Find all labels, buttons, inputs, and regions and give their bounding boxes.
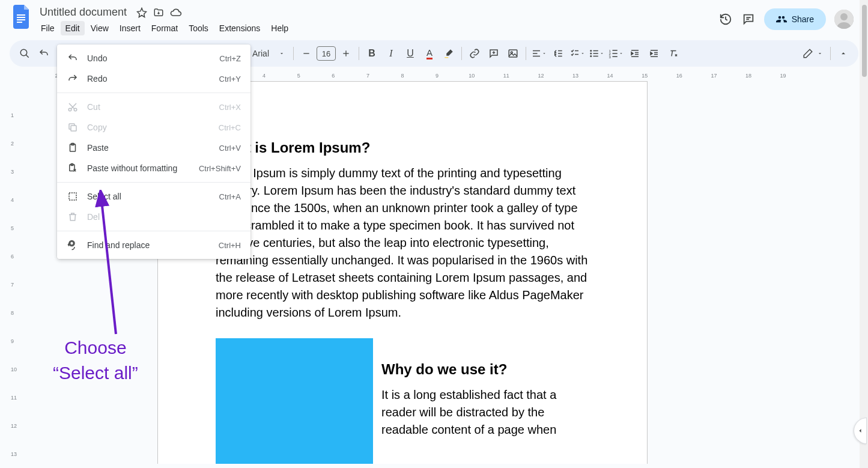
svg-rect-29: [593, 53, 598, 54]
menu-insert[interactable]: Insert: [115, 21, 145, 35]
underline-button[interactable]: U: [401, 44, 419, 62]
edit-menu-delete: Del: [57, 207, 250, 227]
select-all-icon: [67, 190, 79, 202]
doc-info: Untitled document File Edit View Insert …: [36, 5, 718, 35]
edit-menu-undo[interactable]: UndoCtrl+Z: [57, 48, 250, 68]
paste-nf-icon: [67, 162, 79, 174]
comments-icon[interactable]: [741, 12, 756, 26]
cut-icon: [67, 101, 79, 113]
undo-icon: [67, 52, 79, 64]
star-icon[interactable]: [136, 7, 147, 18]
menu-item-shortcut: Ctrl+Y: [219, 74, 241, 84]
menu-edit[interactable]: Edit: [61, 21, 85, 35]
svg-rect-2: [17, 19, 25, 20]
svg-rect-1: [17, 17, 25, 18]
paste-icon: [67, 142, 79, 154]
insert-link-button[interactable]: [466, 44, 484, 62]
svg-rect-3: [17, 22, 22, 23]
font-family-select[interactable]: Arial: [247, 49, 290, 58]
account-avatar[interactable]: [834, 10, 854, 29]
svg-point-26: [590, 53, 592, 55]
svg-point-51: [68, 108, 71, 111]
edit-menu-paste[interactable]: PasteCtrl+V: [57, 138, 250, 158]
svg-rect-28: [593, 50, 598, 52]
svg-rect-15: [509, 50, 517, 57]
svg-rect-53: [71, 126, 76, 131]
menu-item-shortcut: Ctrl+A: [219, 192, 241, 201]
vertical-scrollbar[interactable]: [860, 0, 868, 468]
svg-point-59: [70, 242, 74, 245]
menu-item-shortcut: Ctrl+C: [219, 123, 241, 132]
menu-item-label: Copy: [87, 123, 210, 132]
menu-tools[interactable]: Tools: [184, 21, 213, 35]
menu-help[interactable]: Help: [266, 21, 293, 35]
menu-item-label: Redo: [87, 74, 211, 84]
menu-file[interactable]: File: [36, 21, 59, 35]
menu-item-label: Del: [87, 212, 232, 222]
svg-rect-30: [593, 56, 598, 57]
image-placeholder[interactable]: [216, 338, 373, 464]
line-spacing-button[interactable]: [549, 44, 567, 62]
bold-button[interactable]: B: [363, 44, 381, 62]
edit-menu-select-all[interactable]: Select allCtrl+A: [57, 186, 250, 207]
svg-rect-58: [69, 193, 76, 200]
insert-image-button[interactable]: [504, 44, 522, 62]
people-icon: [776, 14, 787, 25]
edit-menu-redo[interactable]: RedoCtrl+Y: [57, 68, 250, 89]
editing-mode-button[interactable]: [799, 48, 827, 59]
header-bar: Untitled document File Edit View Insert …: [0, 0, 868, 35]
history-icon[interactable]: [718, 12, 733, 26]
font-size-input[interactable]: 16: [317, 46, 336, 61]
menu-view[interactable]: View: [86, 21, 114, 35]
font-size-increase[interactable]: [337, 44, 355, 62]
align-button[interactable]: [530, 44, 548, 62]
search-button[interactable]: [16, 44, 34, 62]
bullet-list-button[interactable]: [587, 44, 605, 62]
indent-increase-button[interactable]: [645, 44, 663, 62]
svg-point-25: [590, 50, 592, 52]
chevron-down-icon: [279, 50, 285, 56]
menu-item-shortcut: Ctrl+Shift+V: [199, 164, 241, 173]
edit-menu-cut: CutCtrl+X: [57, 97, 250, 117]
numbered-list-button[interactable]: 123: [607, 44, 625, 62]
menu-item-label: Find and replace: [87, 240, 210, 250]
indent-decrease-button[interactable]: [626, 44, 644, 62]
menu-item-shortcut: Ctrl+H: [219, 241, 241, 250]
doc-paragraph-2: It is a long established fact that a rea…: [381, 386, 589, 439]
font-name-label: Arial: [252, 49, 269, 58]
svg-point-8: [20, 49, 27, 56]
menu-item-label: Undo: [87, 53, 211, 63]
docs-logo[interactable]: [10, 5, 34, 29]
svg-point-27: [590, 55, 592, 57]
menu-item-label: Select all: [87, 192, 211, 201]
menu-item-shortcut: Ctrl+X: [219, 103, 241, 112]
checklist-button[interactable]: [568, 44, 586, 62]
menu-format[interactable]: Format: [147, 21, 183, 35]
doc-heading-2: Why do we use it?: [381, 361, 589, 378]
text-color-button[interactable]: A: [420, 44, 439, 62]
svg-rect-0: [17, 14, 25, 16]
highlight-button[interactable]: [440, 44, 458, 62]
undo-button[interactable]: [35, 44, 53, 62]
italic-button[interactable]: I: [382, 44, 400, 62]
menu-extensions[interactable]: Extensions: [214, 21, 265, 35]
svg-line-9: [26, 55, 29, 58]
font-size-decrease[interactable]: [297, 44, 315, 62]
svg-point-7: [840, 13, 848, 20]
edit-menu-dropdown: UndoCtrl+ZRedoCtrl+YCutCtrl+XCopyCtrl+CP…: [57, 44, 250, 259]
add-comment-button[interactable]: [485, 44, 503, 62]
edit-menu-paste-nf[interactable]: Paste without formattingCtrl+Shift+V: [57, 158, 250, 178]
svg-rect-35: [613, 53, 618, 54]
move-folder-icon[interactable]: [153, 7, 164, 18]
svg-rect-34: [613, 50, 618, 51]
clear-formatting-button[interactable]: [664, 44, 682, 62]
menu-item-label: Cut: [87, 102, 211, 112]
scrollbar-thumb[interactable]: [862, 5, 867, 77]
collapse-toolbar-button[interactable]: [834, 44, 852, 62]
edit-menu-copy: CopyCtrl+C: [57, 117, 250, 138]
vertical-ruler[interactable]: 1234567891011121314: [10, 81, 19, 464]
cloud-status-icon[interactable]: [170, 7, 182, 19]
doc-title[interactable]: Untitled document: [36, 5, 130, 20]
edit-menu-find[interactable]: Find and replaceCtrl+H: [57, 235, 250, 255]
share-button[interactable]: Share: [764, 8, 826, 30]
